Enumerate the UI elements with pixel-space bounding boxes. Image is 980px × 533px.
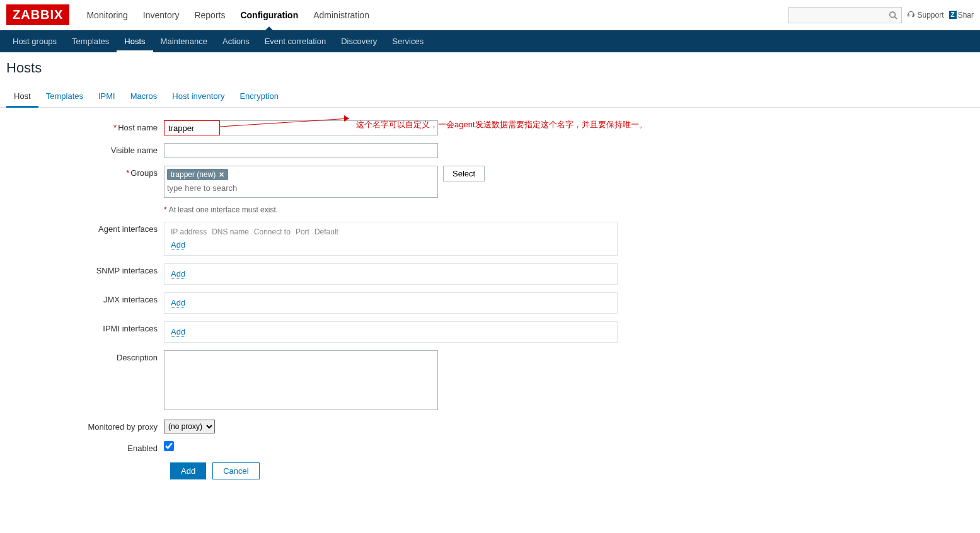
annotation-text: 这个名字可以自定义，一会agent发送数据需要指定这个名字，并且要保持唯一。	[356, 119, 647, 130]
tab-host[interactable]: Host	[6, 86, 38, 108]
share-label: Shar	[958, 11, 974, 20]
row-proxy: Monitored by proxy (no proxy)	[6, 420, 974, 433]
subnav-hosts[interactable]: Hosts	[117, 30, 153, 52]
form-buttons: Add Cancel	[170, 462, 974, 479]
label-snmp-if: SNMP interfaces	[6, 263, 164, 275]
input-description[interactable]	[164, 350, 438, 410]
subnav-actions[interactable]: Actions	[215, 30, 257, 52]
row-description: Description	[6, 350, 974, 412]
topnav: Monitoring Inventory Reports Configurati…	[79, 1, 788, 30]
tab-templates[interactable]: Templates	[38, 86, 91, 107]
topnav-reports[interactable]: Reports	[187, 1, 233, 30]
logo[interactable]: ZABBIX	[6, 4, 69, 25]
subnav-discovery[interactable]: Discovery	[333, 30, 384, 52]
global-search[interactable]	[788, 7, 902, 23]
row-ipmi-if: IPMI interfaces Add	[6, 321, 974, 343]
row-hint: *At least one interface must exist.	[6, 205, 974, 214]
row-visiblename: Visible name	[6, 143, 974, 158]
tab-ipmi[interactable]: IPMI	[91, 86, 123, 107]
support-icon	[907, 10, 915, 20]
row-snmp-if: SNMP interfaces Add	[6, 263, 974, 285]
svg-point-0	[889, 11, 895, 17]
subnav-eventcorrelation[interactable]: Event correlation	[257, 30, 334, 52]
ipmi-if-add-link[interactable]: Add	[171, 327, 185, 337]
groups-select-button[interactable]: Select	[443, 166, 485, 181]
cancel-button[interactable]: Cancel	[212, 462, 259, 479]
snmp-if-add-link[interactable]: Add	[171, 269, 185, 279]
svg-rect-2	[908, 14, 909, 16]
agent-if-add-link[interactable]: Add	[171, 240, 185, 250]
label-agent-if: Agent interfaces	[6, 222, 164, 234]
share-badge-icon: Z	[949, 11, 957, 19]
topnav-administration[interactable]: Administration	[306, 1, 377, 30]
topbar: ZABBIX Monitoring Inventory Reports Conf…	[0, 0, 980, 30]
iface-headers: IP address DNS name Connect to Port Defa…	[171, 227, 611, 236]
label-visiblename: Visible name	[6, 143, 164, 155]
row-jmx-if: JMX interfaces Add	[6, 292, 974, 314]
group-tag-trapper: trapper (new) ✕	[167, 169, 228, 180]
snmp-interfaces-box: Add	[164, 263, 618, 285]
group-tag-label: trapper (new)	[171, 170, 216, 179]
page-title: Hosts	[6, 60, 974, 76]
col-connectto: Connect to	[254, 227, 291, 236]
topnav-configuration[interactable]: Configuration	[233, 1, 306, 30]
label-hostname: *Host name	[6, 120, 164, 132]
label-enabled: Enabled	[6, 441, 164, 453]
tab-encryption[interactable]: Encryption	[232, 86, 285, 107]
subnav-services[interactable]: Services	[384, 30, 431, 52]
label-ipmi-if: IPMI interfaces	[6, 321, 164, 333]
agent-interfaces-box: IP address DNS name Connect to Port Defa…	[164, 222, 618, 256]
host-form: 这个名字可以自定义，一会agent发送数据需要指定这个名字，并且要保持唯一。 *…	[0, 108, 980, 492]
row-agent-if: Agent interfaces IP address DNS name Con…	[6, 222, 974, 256]
subnav: Host groups Templates Hosts Maintenance …	[0, 30, 980, 52]
topbar-right: Support Z Shar	[788, 7, 974, 23]
col-ipaddress: IP address	[171, 227, 207, 236]
col-dnsname: DNS name	[212, 227, 249, 236]
tab-hostinventory[interactable]: Host inventory	[164, 86, 232, 107]
tab-macros[interactable]: Macros	[123, 86, 165, 107]
share-link[interactable]: Z Shar	[949, 11, 974, 20]
add-button[interactable]: Add	[170, 462, 206, 479]
label-proxy: Monitored by proxy	[6, 420, 164, 432]
support-label: Support	[918, 11, 944, 20]
label-jmx-if: JMX interfaces	[6, 292, 164, 304]
label-groups: *Groups	[6, 166, 164, 178]
form-tabs: Host Templates IPMI Macros Host inventor…	[0, 86, 980, 108]
subnav-hostgroups[interactable]: Host groups	[5, 30, 64, 52]
group-tag-remove-icon[interactable]: ✕	[219, 171, 224, 179]
topnav-monitoring[interactable]: Monitoring	[79, 1, 135, 30]
label-description: Description	[6, 350, 164, 362]
select-proxy[interactable]: (no proxy)	[164, 420, 215, 433]
col-port: Port	[296, 227, 309, 236]
subnav-templates[interactable]: Templates	[64, 30, 117, 52]
jmx-if-add-link[interactable]: Add	[171, 298, 185, 308]
interface-hint: *At least one interface must exist.	[164, 205, 278, 214]
row-enabled: Enabled	[6, 441, 974, 453]
svg-line-1	[894, 16, 897, 19]
groups-multiselect[interactable]: trapper (new) ✕	[164, 166, 438, 198]
row-groups: *Groups trapper (new) ✕ Select	[6, 166, 974, 198]
input-visiblename[interactable]	[164, 143, 438, 158]
checkbox-enabled[interactable]	[164, 441, 174, 451]
search-icon[interactable]	[889, 11, 897, 21]
page-header: Hosts	[0, 52, 980, 81]
input-hostname[interactable]	[164, 120, 220, 135]
subnav-maintenance[interactable]: Maintenance	[153, 30, 215, 52]
col-default: Default	[314, 227, 338, 236]
jmx-interfaces-box: Add	[164, 292, 618, 314]
groups-search-input[interactable]	[167, 181, 435, 195]
topnav-inventory[interactable]: Inventory	[135, 1, 187, 30]
support-link[interactable]: Support	[907, 10, 944, 20]
ipmi-interfaces-box: Add	[164, 321, 618, 343]
